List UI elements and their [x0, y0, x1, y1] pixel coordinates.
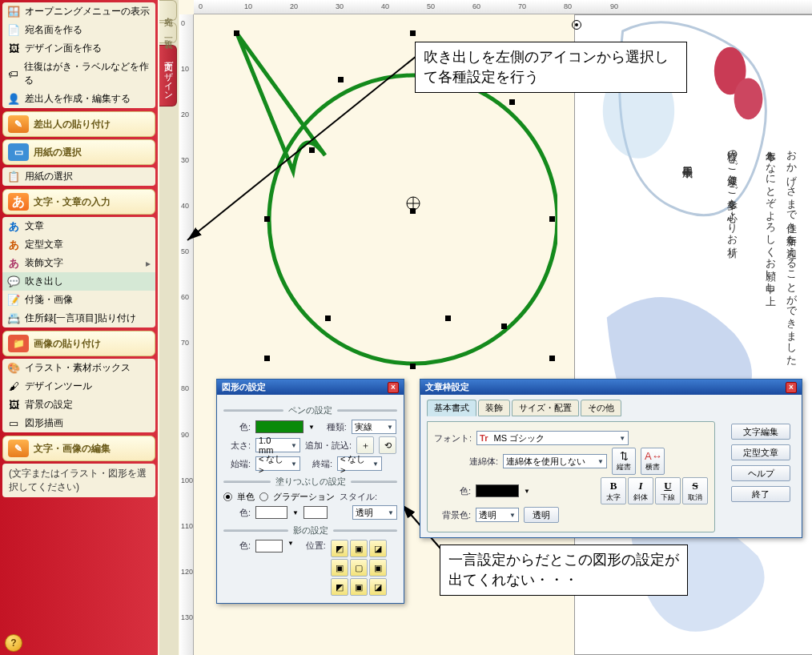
- window-icon: 🪟: [7, 6, 20, 18]
- read-btn[interactable]: ⟲: [379, 436, 396, 454]
- pos-br[interactable]: ◪: [369, 578, 387, 596]
- menu-address-side[interactable]: 📄宛名面を作る: [2, 21, 155, 39]
- menu-opening[interactable]: 🪟オープニングメニューの表示: [2, 2, 155, 21]
- img-shapes[interactable]: ▭図形描画: [2, 414, 155, 432]
- close-icon[interactable]: ×: [786, 382, 797, 393]
- section-text[interactable]: あ文字・文章の入力: [2, 189, 155, 215]
- note-icon: 📝: [7, 294, 20, 307]
- svg-rect-16: [501, 323, 507, 329]
- tab-basic[interactable]: 基本書式: [427, 400, 476, 416]
- dlg-text-title: 文章枠設定: [425, 381, 469, 393]
- sidebar: 🪟オープニングメニューの表示 📄宛名面を作る 🖼デザイン面を作る 🏷往復はがき・…: [0, 0, 158, 655]
- bgcolor-select[interactable]: 透明▼: [476, 508, 519, 522]
- pos-b[interactable]: ▣: [350, 578, 368, 596]
- strike-button[interactable]: S取消: [682, 477, 708, 504]
- text-balloon[interactable]: 💬吹き出し: [2, 272, 155, 291]
- vertical-button[interactable]: ⇅縦書: [612, 448, 636, 475]
- side-help[interactable]: ヘルプ: [731, 465, 790, 481]
- add-btn[interactable]: ＋: [356, 436, 374, 454]
- style-select[interactable]: 透明▼: [352, 505, 397, 520]
- text-decor[interactable]: あ装飾文字▸: [2, 254, 155, 272]
- line-kind-select[interactable]: 実線▼: [352, 420, 396, 434]
- radio-mono[interactable]: [223, 492, 232, 501]
- section-image[interactable]: 📁画像の貼り付け: [2, 331, 155, 356]
- textcolor-swatch[interactable]: [476, 484, 519, 497]
- svg-rect-5: [410, 30, 416, 36]
- a-small-icon: あ: [7, 220, 20, 233]
- transparent-button[interactable]: 透明: [524, 507, 559, 523]
- section-edit[interactable]: ✎文字・画像の編集: [2, 436, 155, 461]
- lbl-pos: 位置:: [299, 540, 326, 552]
- text-fixed[interactable]: あ定型文章: [2, 235, 155, 254]
- vtab-list[interactable]: 一覧表: [159, 22, 177, 43]
- fillcolor-swatch[interactable]: [255, 506, 287, 519]
- tab-size[interactable]: サイズ・配置: [512, 400, 579, 416]
- svg-rect-9: [264, 356, 270, 361]
- pos-t[interactable]: ▣: [350, 540, 368, 557]
- lbl-addread: 追加・読込:: [305, 440, 352, 452]
- menu-label[interactable]: 🏷往復はがき・ラベルなどを作る: [2, 58, 155, 90]
- ruler-vertical: 0102030405060708090100110120130: [179, 14, 194, 655]
- paper-text-b: 本年もなにとぞよろしくお願い申し上: [760, 143, 780, 287]
- text-sticky[interactable]: 📝付箋・画像: [2, 291, 155, 309]
- callout-1: 吹き出しを左側のアイコンから選択して各種設定を行う: [415, 42, 687, 93]
- paper-select[interactable]: 📋用紙の選択: [2, 167, 155, 186]
- paper-text-c: 皆様のご健康とご多幸を心よりお祈り: [722, 143, 742, 251]
- lbl-textcolor: 色:: [434, 485, 471, 497]
- menu-sender-edit[interactable]: 👤差出人を作成・編集する: [2, 90, 155, 108]
- sender-icon: ✎: [8, 115, 29, 133]
- side-fixed[interactable]: 定型文章: [731, 444, 790, 460]
- text-article[interactable]: あ文章: [2, 217, 155, 235]
- color-swatch[interactable]: [255, 420, 303, 433]
- speech-icon: 💬: [7, 275, 20, 288]
- shadowcolor[interactable]: [255, 540, 283, 553]
- horizontal-button[interactable]: A↔横書: [641, 448, 665, 475]
- palette-icon: 🎨: [7, 362, 20, 375]
- pos-bl[interactable]: ◩: [331, 578, 348, 596]
- lig-select[interactable]: 連綿体を使用しない▼: [503, 454, 607, 468]
- end-select[interactable]: < なし >▼: [337, 456, 382, 471]
- help-icon[interactable]: ?: [5, 634, 22, 652]
- img-background[interactable]: 🖼背景の設定: [2, 396, 155, 414]
- pos-c[interactable]: ▢: [350, 559, 368, 577]
- edit-icon: ✎: [8, 440, 29, 457]
- tab-decor[interactable]: 装飾: [478, 400, 510, 416]
- thickness-input[interactable]: 1.0 mm▼: [255, 438, 300, 452]
- menu-design-side[interactable]: 🖼デザイン面を作る: [2, 39, 155, 58]
- a-icon: あ: [8, 193, 29, 211]
- svg-point-19: [407, 197, 420, 210]
- person-icon: 👤: [7, 93, 20, 106]
- pos-tr[interactable]: ◪: [369, 540, 387, 557]
- text-addrbook[interactable]: 📇住所録[一言項目]貼り付け: [2, 309, 155, 328]
- tab-other[interactable]: その他: [581, 400, 621, 416]
- pos-l[interactable]: ▣: [331, 559, 348, 577]
- italic-button[interactable]: I斜体: [628, 477, 653, 504]
- vtab-address[interactable]: 宛名: [159, 0, 177, 21]
- dialog-text-settings[interactable]: 文章枠設定× 基本書式 装飾 サイズ・配置 その他 フォント: TrMS ゴシッ…: [420, 379, 802, 538]
- brush-icon: 🖌: [7, 380, 20, 393]
- underline-button[interactable]: U下線: [655, 477, 681, 504]
- rotate-handle[interactable]: [572, 20, 581, 30]
- svg-rect-14: [309, 147, 315, 153]
- section-sender[interactable]: ✎差出人の貼り付け: [2, 111, 155, 137]
- lbl-kind: 種類:: [320, 421, 347, 433]
- pos-tl[interactable]: ◩: [331, 540, 348, 557]
- side-edit[interactable]: 文字編集: [731, 424, 790, 440]
- lbl-lig: 連綿体:: [434, 456, 498, 468]
- fillcolor2[interactable]: [303, 506, 328, 519]
- section-paper[interactable]: ▭用紙の選択: [2, 139, 155, 165]
- start-select[interactable]: < なし >▼: [255, 456, 300, 471]
- pos-r[interactable]: ▣: [369, 559, 387, 577]
- dialog-shape-settings[interactable]: 図形の設定× ペンの設定 色:▼ 種類:実線▼ 太さ:1.0 mm▼ 追加・読込…: [216, 379, 404, 604]
- img-designtool[interactable]: 🖌デザインツール: [2, 377, 155, 396]
- svg-rect-7: [264, 216, 270, 222]
- close-icon[interactable]: ×: [388, 382, 399, 393]
- radio-grad[interactable]: [259, 492, 268, 501]
- side-exit[interactable]: 終了: [731, 486, 790, 502]
- font-select[interactable]: TrMS ゴシック▼: [476, 431, 629, 445]
- img-box[interactable]: 🎨イラスト・素材ボックス: [2, 359, 155, 377]
- lbl-grad: グラデーション: [273, 491, 335, 503]
- bold-button[interactable]: B太字: [601, 477, 626, 504]
- vtab-design[interactable]: 文面デザイン: [159, 45, 177, 106]
- lbl-font: フォント:: [434, 432, 472, 444]
